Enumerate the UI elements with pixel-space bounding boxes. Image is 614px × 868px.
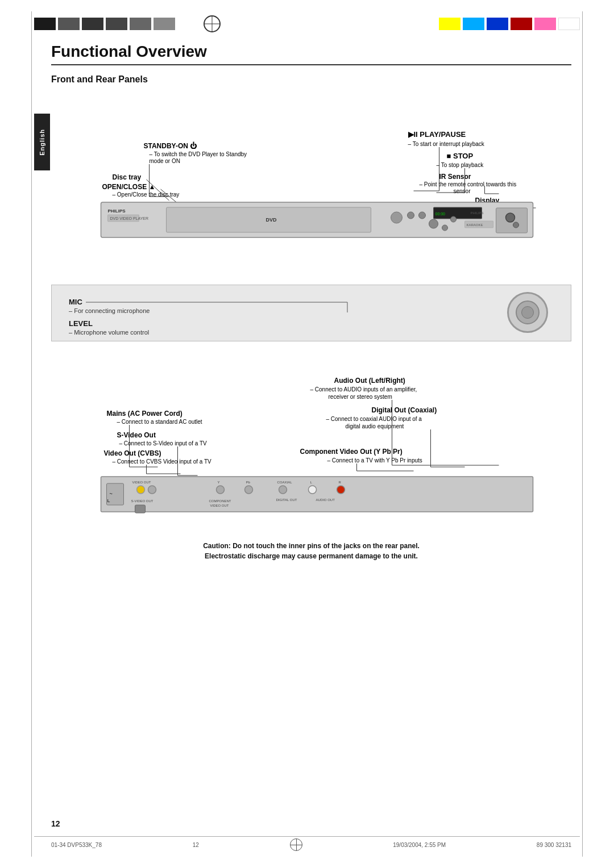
svg-text:L: L [107,498,110,503]
color-bars-right [439,18,580,30]
bar-pink [534,18,556,30]
svg-point-87 [217,486,225,494]
footer-phone: 89 300 32131 [537,842,571,848]
svg-text:S-VIDEO OUT: S-VIDEO OUT [131,499,154,503]
svg-text:Digital Out (Coaxial): Digital Out (Coaxial) [372,406,437,414]
svg-point-81 [137,486,145,494]
bar-1 [34,18,56,30]
svg-text:Pb: Pb [246,481,251,484]
svg-text:– To start or interrupt playba: – To start or interrupt playback [408,141,485,147]
svg-rect-76 [101,477,533,512]
svg-point-40 [442,225,448,231]
svg-text:S-Video Out: S-Video Out [117,431,156,439]
crosshair-center [204,15,221,32]
svg-text:VIDEO OUT: VIDEO OUT [132,481,151,484]
svg-text:– Connect to S-Video input of : – Connect to S-Video input of a TV [119,440,208,446]
page-number: 12 [51,819,60,828]
svg-point-92 [279,486,287,494]
svg-point-35 [408,212,414,219]
svg-text:– To stop playback: – To stop playback [437,162,484,168]
svg-text:PHILIPS: PHILIPS [471,211,484,215]
mic-section: MIC – For connecting microphone LEVEL – … [51,285,571,341]
svg-text:DVD: DVD [266,217,277,223]
svg-point-46 [506,213,515,222]
svg-text:Y: Y [218,481,220,484]
svg-text:Mains (AC Power Cord): Mains (AC Power Cord) [107,410,182,418]
svg-text:Audio Out (Left/Right): Audio Out (Left/Right) [334,377,405,385]
bar-3 [82,18,103,30]
svg-point-39 [429,219,438,228]
svg-text:Video Out (CVBS): Video Out (CVBS) [104,449,161,457]
svg-text:– Connect to a standard AC out: – Connect to a standard AC outlet [117,419,202,425]
footer-crosshair [290,838,302,851]
svg-text:KARAOKE: KARAOKE [467,223,483,227]
bar-red [511,18,532,30]
color-bars-top [34,16,580,32]
rear-panel-diagram: Audio Out (Left/Right) – Connect to AUDI… [51,366,571,525]
svg-text:R: R [339,481,342,484]
spacer [51,352,571,366]
bar-white [558,18,580,30]
svg-text:DVD VIDEO PLAYER: DVD VIDEO PLAYER [110,216,149,220]
svg-text:IR Sensor: IR Sensor [439,173,471,181]
front-panel-svg: STANDBY-ON ⏻ – To switch the DVD Player … [51,91,571,268]
svg-text:– Connect to CVBS Video input : – Connect to CVBS Video input of a TV [113,458,212,465]
svg-text:00:00: 00:00 [435,212,446,216]
svg-text:PHILIPS: PHILIPS [108,208,126,214]
footer-content: 01-34 DVP533K_78 12 19/03/2004, 2:55 PM … [51,838,571,851]
svg-text:■ STOP: ■ STOP [447,152,474,160]
footer-line [34,836,580,837]
svg-point-88 [245,486,253,494]
caution-line1: Caution: Do not touch the inner pins of … [51,541,571,551]
front-panel-diagram: STANDBY-ON ⏻ – To switch the DVD Player … [51,91,571,273]
svg-text:sensor: sensor [454,188,471,194]
main-content: Functional Overview Front and Rear Panel… [51,43,571,834]
svg-point-82 [148,486,156,494]
bar-5 [130,18,151,30]
rear-panel-svg: Audio Out (Left/Right) – Connect to AUDI… [51,366,571,519]
svg-text:Disc tray: Disc tray [113,173,142,181]
svg-text:COAXIAL: COAXIAL [277,481,293,484]
bar-2 [58,18,80,30]
svg-point-36 [419,212,426,219]
svg-text:– To switch the DVD Player to : – To switch the DVD Player to Standby [150,151,247,157]
bar-blue [487,18,508,30]
svg-text:VIDEO OUT: VIDEO OUT [210,504,229,507]
footer-center: 12 [193,842,199,848]
svg-text:AUDIO OUT: AUDIO OUT [316,498,335,502]
bar-6 [154,18,175,30]
mic-lines [52,285,571,341]
bar-yellow [439,18,460,30]
svg-text:DIGITAL OUT: DIGITAL OUT [276,498,297,502]
footer-right: 19/03/2004, 2:55 PM [393,842,446,848]
svg-text:– Point the remote control tow: – Point the remote control towards this [420,181,517,187]
svg-point-47 [513,222,519,228]
footer-left: 01-34 DVP533K_78 [51,842,102,848]
bar-4 [106,18,127,30]
svg-text:digital audio equipment: digital audio equipment [346,423,404,429]
page-title: Functional Overview [51,43,571,65]
caution-line2: Electrostatic discharge may cause perman… [51,551,571,561]
bar-cyan [463,18,484,30]
section-title: Front and Rear Panels [51,74,571,85]
svg-text:~: ~ [110,491,113,496]
svg-text:– Connect to coaxial AUDIO inp: – Connect to coaxial AUDIO input of a [326,416,422,422]
svg-point-95 [309,486,317,494]
svg-point-41 [451,216,457,222]
svg-text:mode or ON: mode or ON [150,158,180,164]
svg-text:COMPONENT: COMPONENT [209,499,231,503]
svg-text:Component Video Out (Y Pb Pr): Component Video Out (Y Pb Pr) [300,448,403,456]
svg-text:receiver or stereo system: receiver or stereo system [329,394,392,400]
svg-text:– Connect to AUDIO inputs of a: – Connect to AUDIO inputs of an amplifie… [310,386,417,393]
svg-text:– Connect to a TV with Y Pb Pr: – Connect to a TV with Y Pb Pr inputs [327,457,422,464]
svg-text:STANDBY-ON ⏻: STANDBY-ON ⏻ [144,141,197,150]
caution-box: Caution: Do not touch the inner pins of … [51,536,571,566]
black-bars-left [34,18,175,30]
svg-point-34 [391,212,403,223]
svg-text:▶II PLAY/PAUSE: ▶II PLAY/PAUSE [408,130,466,139]
page-border-right [582,11,583,857]
svg-text:– Open/Close the disc tray: – Open/Close the disc tray [113,191,180,198]
svg-point-97 [337,486,345,494]
english-language-tab: English [34,114,50,170]
svg-rect-84 [135,505,146,513]
